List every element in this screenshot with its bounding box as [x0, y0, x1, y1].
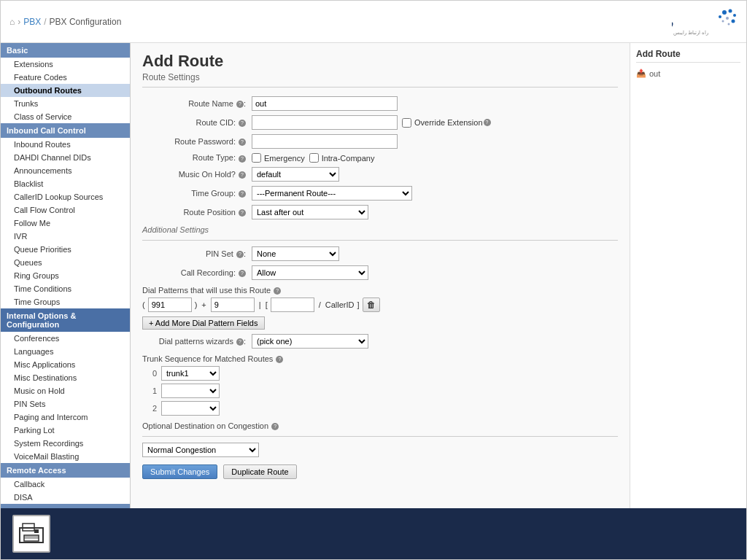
route-name-input[interactable]: [252, 96, 398, 111]
time-group-select[interactable]: ---Permanent Route---: [252, 186, 412, 201]
dial-patterns-label: Dial Patterns that will use this Route ?: [142, 286, 618, 295]
sidebar-basic-header: Basic: [1, 43, 130, 58]
breadcrumb-config: PBX Configuration: [50, 17, 122, 27]
intra-company-label: Intra-Company: [322, 154, 375, 163]
sidebar-item-inbound-routes[interactable]: Inbound Routes: [1, 138, 130, 151]
dial-pattern-paren-open: (: [142, 300, 145, 309]
time-group-label: Time Group: ?: [142, 189, 252, 198]
sidebar-item-pin-sets[interactable]: PIN Sets: [1, 397, 130, 411]
sidebar-item-callback[interactable]: Callback: [1, 478, 130, 491]
dial-pattern-prefix-input[interactable]: [148, 298, 192, 312]
sidebar-item-time-groups[interactable]: Time Groups: [1, 295, 130, 308]
info-icon-trunk-seq: ?: [276, 356, 283, 363]
sidebar-inbound-header: Inbound Call Control: [1, 123, 130, 138]
submit-changes-btn[interactable]: Submit Changes: [142, 464, 217, 479]
right-panel-item: 📤 out: [636, 67, 740, 79]
page-title: Add Route: [142, 52, 618, 71]
sidebar-item-outbound-routes[interactable]: Outbound Routes: [1, 84, 130, 97]
remove-dial-pattern-btn[interactable]: 🗑: [363, 298, 380, 312]
add-more-dial-pattern-btn[interactable]: + Add More Dial Pattern Fields: [142, 316, 265, 330]
sidebar-item-music-on-hold[interactable]: Music on Hold: [1, 384, 130, 397]
trunk-select-1[interactable]: [161, 384, 220, 398]
trunk-index-0: 0: [142, 369, 157, 378]
sidebar-item-feature-codes[interactable]: Feature Codes: [1, 71, 130, 84]
trunk-row-1: 1: [142, 384, 618, 398]
breadcrumb-pbx[interactable]: PBX: [23, 17, 41, 27]
dial-pattern-cid-input[interactable]: [271, 298, 314, 312]
sidebar-item-announcements[interactable]: Announcements: [1, 164, 130, 177]
route-type-row: Route Type: ? Emergency Intra-Company: [142, 153, 618, 163]
call-recording-row: Call Recording: ? Allow Disabled Enabled: [142, 265, 618, 280]
sidebar-item-queues[interactable]: Queues: [1, 256, 130, 269]
sidebar-item-parking-lot[interactable]: Parking Lot: [1, 424, 130, 437]
svg-text:راه ارتباط رایبس: راه ارتباط رایبس: [673, 30, 708, 36]
sidebar-item-class-of-service[interactable]: Class of Service: [1, 110, 130, 123]
additional-settings-label: Additional Settings: [142, 225, 618, 234]
sidebar-item-trunks[interactable]: Trunks: [1, 97, 130, 110]
route-position-select[interactable]: Last after out: [252, 205, 368, 219]
sidebar-item-misc-dest[interactable]: Misc Destinations: [1, 371, 130, 384]
sidebar-item-paging[interactable]: Paging and Intercom: [1, 411, 130, 424]
dial-pattern-callerid-label: CallerID: [325, 300, 355, 309]
emergency-checkbox[interactable]: [252, 153, 261, 163]
emergency-label: Emergency: [264, 154, 305, 163]
svg-point-2: [729, 9, 732, 13]
sidebar-item-call-flow-control[interactable]: Call Flow Control: [1, 203, 130, 217]
music-on-hold-select[interactable]: default none: [252, 167, 339, 182]
svg-point-6: [722, 20, 724, 23]
info-icon-type: ?: [239, 155, 246, 163]
pin-set-label: PIN Set ?:: [142, 249, 252, 258]
sidebar-item-voicemail-blasting[interactable]: VoiceMail Blasting: [1, 450, 130, 463]
right-panel: Add Route 📤 out: [630, 43, 746, 508]
duplicate-route-btn[interactable]: Duplicate Route: [223, 464, 296, 479]
svg-point-4: [732, 20, 735, 23]
info-icon-wizards: ?: [236, 338, 244, 346]
sidebar-item-callerid-lookup[interactable]: CallerID Lookup Sources: [1, 190, 130, 203]
info-icon-pinset: ?: [236, 251, 244, 258]
sidebar-item-follow-me[interactable]: Follow Me: [1, 217, 130, 230]
right-panel-icon: 📤: [636, 69, 646, 78]
logo-area: راپستک راه ارتباط رایبس: [672, 5, 738, 38]
route-type-label: Route Type: ?: [142, 153, 252, 162]
sidebar-item-dahdi[interactable]: DAHDI Channel DIDs: [1, 151, 130, 164]
dial-pattern-row: ( ) + | [ / CallerID ] 🗑: [142, 298, 618, 312]
music-on-hold-label: Music On Hold? ?: [142, 170, 252, 179]
breadcrumb: ⌂ › PBX / PBX Configuration: [9, 17, 121, 27]
route-password-input[interactable]: [252, 134, 398, 149]
trunk-select-0[interactable]: trunk1: [161, 366, 220, 381]
svg-point-3: [733, 14, 736, 17]
route-cid-row: Route CID: ? Override Extension ?: [142, 115, 618, 130]
sidebar-item-system-recordings[interactable]: System Recordings: [1, 437, 130, 450]
route-position-row: Route Position ? Last after out: [142, 205, 618, 219]
override-extension-checkbox[interactable]: [402, 118, 411, 128]
congestion-select[interactable]: Normal Congestion: [142, 443, 259, 457]
info-icon-congestion: ?: [271, 423, 279, 430]
dial-patterns-wizards-select[interactable]: (pick one): [252, 334, 368, 349]
music-on-hold-row: Music On Hold? ? default none: [142, 167, 618, 182]
dial-patterns-wizards-label: Dial patterns wizards ?:: [142, 337, 252, 346]
svg-point-8: [728, 23, 730, 26]
sidebar-internal-header: Internal Options & Configuration: [1, 308, 130, 332]
time-group-row: Time Group: ? ---Permanent Route---: [142, 186, 618, 201]
trunk-select-2[interactable]: [161, 401, 220, 416]
route-cid-input[interactable]: [252, 115, 398, 130]
right-panel-label: out: [649, 69, 660, 78]
sidebar-item-blacklist[interactable]: Blacklist: [1, 177, 130, 190]
submit-row: Submit Changes Duplicate Route: [142, 464, 618, 479]
sidebar-item-ivr[interactable]: IVR: [1, 230, 130, 243]
intra-company-checkbox[interactable]: [309, 153, 319, 163]
sidebar-item-languages[interactable]: Languages: [1, 345, 130, 358]
pin-set-select[interactable]: None: [252, 246, 339, 261]
sidebar-item-conferences[interactable]: Conferences: [1, 332, 130, 345]
call-recording-select[interactable]: Allow Disabled Enabled: [252, 265, 368, 280]
sidebar-item-disa[interactable]: DISA: [1, 491, 130, 504]
sidebar-item-ring-groups[interactable]: Ring Groups: [1, 269, 130, 282]
sidebar-item-misc-apps[interactable]: Misc Applications: [1, 358, 130, 371]
trunk-index-2: 2: [142, 404, 157, 413]
sidebar-item-extensions[interactable]: Extensions: [1, 58, 130, 71]
sidebar-item-queue-priorities[interactable]: Queue Priorities: [1, 243, 130, 256]
svg-point-7: [719, 15, 721, 18]
sidebar-item-time-conditions[interactable]: Time Conditions: [1, 282, 130, 295]
dial-pattern-match-input[interactable]: [211, 298, 255, 312]
right-panel-header: Add Route: [636, 49, 740, 63]
